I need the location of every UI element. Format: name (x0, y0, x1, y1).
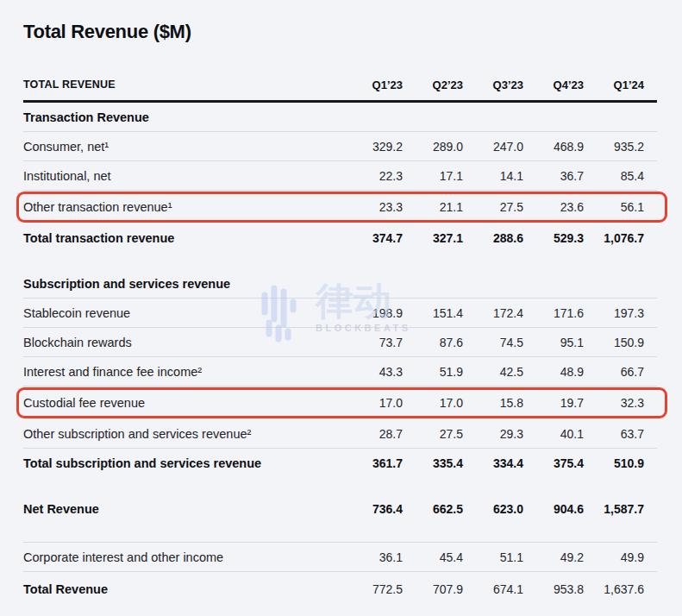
cell-value: 14.1 (463, 169, 523, 183)
row-values: 329.2289.0247.0468.9935.2 (342, 140, 657, 154)
row-values: 198.9151.4172.4171.6197.3 (342, 306, 657, 320)
cell-value: 335.4 (403, 456, 463, 470)
table-row (23, 253, 657, 269)
cell-value: 36.7 (523, 169, 584, 183)
cell-value: 21.1 (403, 200, 463, 214)
table-row: Total Revenue 772.5707.9674.1953.81,637.… (23, 572, 657, 607)
row-label: Custodial fee revenue (23, 396, 342, 410)
cell-value: 19.7 (523, 396, 584, 410)
cell-value: 32.3 (584, 396, 657, 410)
row-values: 361.7335.4334.4375.4510.9 (342, 456, 657, 470)
cell-value: 935.2 (584, 140, 657, 154)
table-row: Transaction Revenue (23, 103, 657, 132)
column-header: Q1’23 (342, 79, 403, 91)
cell-value: 23.6 (523, 200, 584, 214)
row-label: Blockchain rewards (23, 336, 342, 349)
cell-value: 197.3 (584, 306, 657, 320)
column-header: Q3’23 (463, 79, 523, 91)
column-header: Q2’23 (403, 79, 463, 91)
cell-value: 151.4 (403, 306, 463, 320)
cell-value: 17.0 (403, 396, 463, 410)
cell-value: 95.1 (523, 336, 584, 349)
cell-value: 247.0 (463, 140, 523, 154)
table-row: Other subscription and services revenue²… (23, 419, 657, 449)
row-label: Total Revenue (23, 582, 342, 596)
table-row: Institutional, net 22.317.114.136.785.4 (23, 161, 657, 191)
table-header-row: TOTAL REVENUE Q1’23Q2’23Q3’23Q4’23Q1’24 (23, 69, 657, 103)
cell-value: 87.6 (403, 336, 463, 349)
cell-value: 45.4 (403, 550, 463, 564)
cell-value: 85.4 (584, 169, 657, 183)
cell-value: 17.1 (403, 169, 463, 183)
page-title: Total Revenue ($M) (23, 21, 657, 43)
table-row (23, 524, 657, 543)
cell-value: 15.8 (463, 396, 523, 410)
table-row: Stablecoin revenue 198.9151.4172.4171.61… (23, 299, 657, 328)
row-label: Interest and finance fee income² (23, 365, 342, 379)
cell-value: 51.9 (403, 365, 463, 379)
row-label: Other subscription and services revenue² (23, 427, 342, 441)
row-label: Institutional, net (23, 169, 342, 183)
cell-value: 66.7 (584, 365, 657, 379)
column-header: Q1’24 (584, 79, 657, 91)
cell-value: 468.9 (523, 140, 584, 154)
row-values: 772.5707.9674.1953.81,637.6 (342, 582, 657, 596)
row-label: Transaction Revenue (23, 110, 657, 124)
cell-value: 674.1 (463, 582, 523, 596)
cell-value: 48.9 (523, 365, 584, 379)
cell-value: 172.4 (463, 306, 523, 320)
cell-value: 1,587.7 (584, 502, 657, 516)
cell-value: 334.4 (463, 456, 523, 470)
cell-value: 623.0 (463, 502, 523, 516)
table-row: Corporate interest and other income 36.1… (23, 543, 657, 572)
cell-value: 27.5 (403, 427, 463, 441)
cell-value: 1,076.7 (584, 231, 657, 245)
cell-value: 953.8 (523, 582, 584, 596)
cell-value: 49.2 (523, 550, 584, 564)
cell-value: 42.5 (463, 365, 523, 379)
cell-value: 329.2 (342, 140, 403, 154)
row-values: 736.4662.5623.0904.61,587.7 (342, 502, 657, 516)
cell-value: 17.0 (342, 396, 403, 410)
cell-value: 198.9 (342, 306, 403, 320)
cell-value: 1,637.6 (584, 582, 657, 596)
cell-value: 904.6 (523, 502, 584, 516)
cell-value: 510.9 (584, 456, 657, 470)
table-header-columns: Q1’23Q2’23Q3’23Q4’23Q1’24 (342, 79, 657, 91)
row-values: 17.017.015.819.732.3 (342, 396, 657, 410)
cell-value: 43.3 (342, 365, 403, 379)
cell-value: 36.1 (342, 550, 403, 564)
revenue-report-page: Total Revenue ($M) TOTAL REVENUE Q1’23Q2… (0, 0, 682, 607)
cell-value: 150.9 (584, 336, 657, 349)
table-header-label: TOTAL REVENUE (23, 79, 342, 91)
row-values: 28.727.529.340.163.7 (342, 427, 657, 441)
row-label: Subscription and services revenue (23, 277, 657, 291)
cell-value: 361.7 (342, 456, 403, 470)
row-values: 43.351.942.548.966.7 (342, 365, 657, 379)
row-label: Total transaction revenue (23, 231, 342, 245)
row-values: 374.7327.1288.6529.31,076.7 (342, 231, 657, 245)
table-row: Custodial fee revenue 17.017.015.819.732… (23, 387, 657, 419)
cell-value: 27.5 (463, 200, 523, 214)
row-label: Other transaction revenue¹ (23, 200, 342, 214)
cell-value: 29.3 (463, 427, 523, 441)
table-row: Subscription and services revenue (23, 269, 657, 299)
cell-value: 289.0 (403, 140, 463, 154)
table-row: Total transaction revenue 374.7327.1288.… (23, 223, 657, 253)
row-label: Stablecoin revenue (23, 306, 342, 320)
table-row: Net Revenue 736.4662.5623.0904.61,587.7 (23, 494, 657, 524)
row-values: 22.317.114.136.785.4 (342, 169, 657, 183)
cell-value: 327.1 (403, 231, 463, 245)
cell-value: 73.7 (342, 336, 403, 349)
row-label: Total subscription and services revenue (23, 456, 342, 470)
cell-value: 736.4 (342, 502, 403, 516)
row-values: 36.145.451.149.249.9 (342, 550, 657, 564)
column-header: Q4’23 (523, 79, 584, 91)
cell-value: 662.5 (403, 502, 463, 516)
cell-value: 40.1 (523, 427, 584, 441)
cell-value: 772.5 (342, 582, 403, 596)
cell-value: 49.9 (584, 550, 657, 564)
cell-value: 707.9 (403, 582, 463, 596)
cell-value: 374.7 (342, 231, 403, 245)
cell-value: 375.4 (523, 456, 584, 470)
